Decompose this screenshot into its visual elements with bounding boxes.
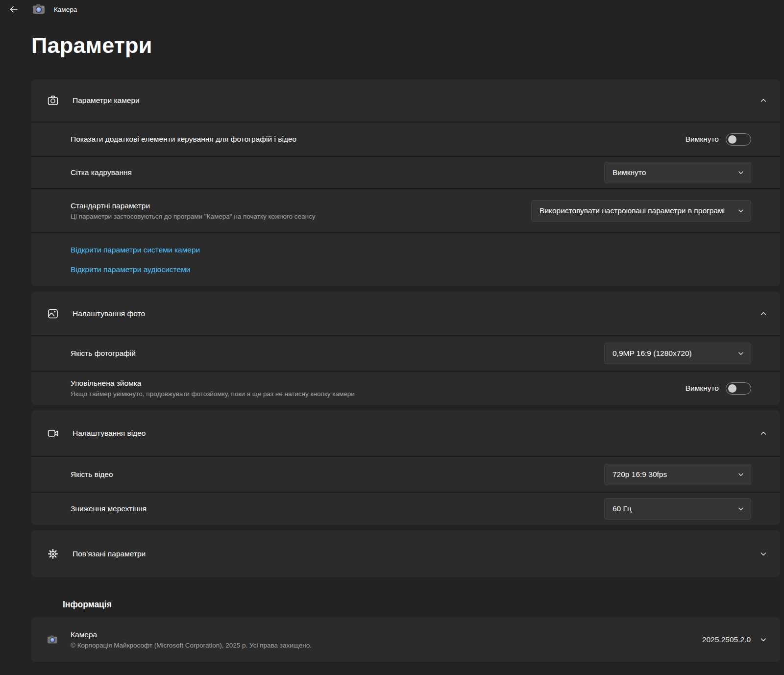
video-quality-dropdown[interactable]: 720p 16:9 30fps: [604, 464, 751, 485]
section-title: Пов’язані параметри: [73, 550, 146, 558]
default-settings-description: Ці параметри застосовуються до програми …: [71, 213, 516, 220]
camera-icon: [47, 95, 59, 106]
photo-quality-dropdown[interactable]: 0,9MP 16:9 (1280x720): [604, 343, 751, 364]
framing-grid-dropdown[interactable]: Вимкнуто: [604, 162, 751, 183]
video-quality-label: Якість відео: [71, 470, 589, 479]
related-settings-header[interactable]: Пов’язані параметри: [31, 530, 780, 577]
chevron-up-icon: [760, 429, 767, 437]
default-settings-row: Стандартні параметри Ці параметри застос…: [31, 189, 780, 232]
timelapse-toggle[interactable]: [726, 382, 751, 395]
camera-settings-header[interactable]: Параметри камери: [31, 79, 780, 122]
gear-icon: [47, 548, 59, 560]
app-version: 2025.2505.2.0: [702, 635, 751, 644]
video-settings-header[interactable]: Налаштування відео: [31, 410, 780, 456]
chevron-down-icon: [737, 350, 744, 357]
flicker-reduction-row: Зниження мерехтіння 60 Гц: [31, 493, 780, 525]
video-quality-row: Якість відео 720p 16:9 30fps: [31, 457, 780, 492]
framing-grid-label: Сітка кадрування: [71, 168, 589, 177]
section-title: Параметри камери: [73, 96, 140, 105]
about-heading: Інформація: [63, 600, 780, 610]
section-title: Налаштування відео: [73, 429, 146, 438]
framing-grid-row: Сітка кадрування Вимкнуто: [31, 157, 780, 188]
camera-app-icon: [47, 635, 58, 645]
chevron-down-icon: [737, 505, 744, 512]
chevron-down-icon: [760, 550, 767, 558]
chevron-down-icon[interactable]: [760, 636, 767, 644]
back-button[interactable]: [6, 1, 22, 17]
timelapse-label: Уповільнена зйомка: [71, 379, 671, 388]
default-settings-dropdown[interactable]: Використовувати настроювані параметри в …: [531, 200, 751, 222]
video-icon: [47, 427, 59, 439]
app-title: Камера: [54, 6, 77, 13]
chevron-up-icon: [760, 97, 767, 104]
flicker-reduction-dropdown[interactable]: 60 Гц: [604, 498, 751, 520]
back-arrow-icon: [9, 4, 19, 14]
about-copyright: © Корпорація Майкрософт (Microsoft Corpo…: [71, 642, 312, 649]
extra-controls-row: Показати додаткові елементи керування дл…: [31, 123, 780, 156]
photo-quality-label: Якість фотографій: [71, 349, 589, 358]
timelapse-row: Уповільнена зйомка Якщо таймер увімкнуто…: [31, 372, 780, 405]
camera-app-icon: [32, 3, 45, 15]
flicker-reduction-label: Зниження мерехтіння: [71, 504, 589, 513]
section-title: Налаштування фото: [73, 309, 145, 318]
extra-controls-label: Показати додаткові елементи керування дл…: [71, 135, 671, 144]
photo-quality-row: Якість фотографій 0,9MP 16:9 (1280x720): [31, 336, 780, 371]
topbar: Камера: [0, 0, 784, 19]
about-card: Камера © Корпорація Майкрософт (Microsof…: [31, 617, 780, 662]
photo-icon: [47, 308, 59, 320]
chevron-up-icon: [760, 310, 767, 318]
video-settings-card: Налаштування відео Якість відео 720p 16:…: [31, 410, 780, 525]
chevron-down-icon: [737, 169, 744, 176]
photo-settings-header[interactable]: Налаштування фото: [31, 292, 780, 335]
photo-settings-card: Налаштування фото Якість фотографій 0,9M…: [31, 292, 780, 405]
open-system-camera-settings-link[interactable]: Відкрити параметри системи камери: [71, 246, 200, 254]
camera-settings-card: Параметри камери Показати додаткові елем…: [31, 79, 780, 286]
chevron-down-icon: [737, 207, 744, 214]
camera-links-row: Відкрити параметри системи камери Відкри…: [31, 233, 780, 286]
toggle-status-label: Вимкнуто: [686, 135, 719, 144]
settings-content: Параметри камери Показати додаткові елем…: [31, 79, 780, 662]
related-settings-card: Пов’язані параметри: [31, 530, 780, 577]
toggle-status-label: Вимкнуто: [686, 384, 719, 393]
page-title: Параметри: [31, 32, 784, 59]
extra-controls-toggle[interactable]: [726, 133, 751, 146]
default-settings-label: Стандартні параметри: [71, 201, 516, 210]
timelapse-description: Якщо таймер увімкнуто, продовжувати фото…: [71, 390, 671, 398]
about-app-name: Камера: [71, 630, 312, 639]
chevron-down-icon: [737, 471, 744, 478]
open-audio-settings-link[interactable]: Відкрити параметри аудіосистеми: [71, 265, 190, 274]
about-row: Камера © Корпорація Майкрософт (Microsof…: [31, 617, 780, 662]
